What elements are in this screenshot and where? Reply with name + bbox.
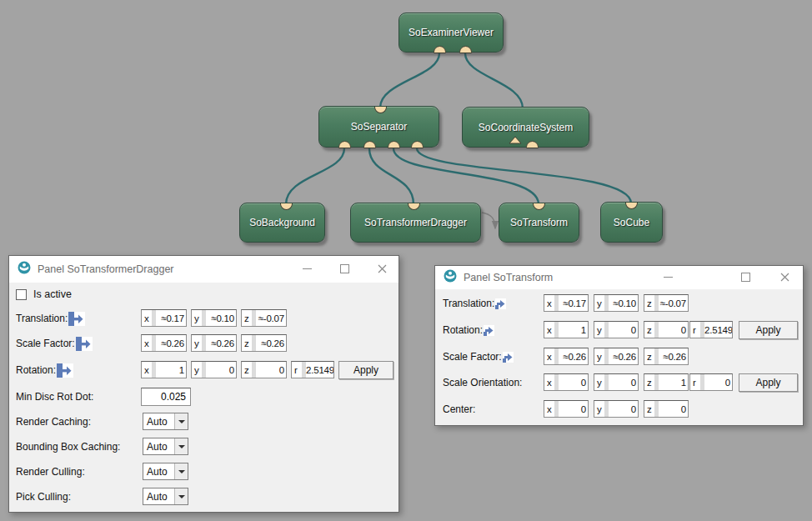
field-value: 0 — [659, 325, 688, 335]
input-port-icon[interactable] — [408, 203, 420, 210]
input-port-icon[interactable] — [625, 203, 638, 209]
scale-orientation-x-field[interactable]: x0 — [544, 373, 589, 391]
field-value: ≈-0.07 — [659, 298, 688, 308]
field-key: z — [644, 298, 654, 308]
field-key: y — [192, 338, 202, 348]
minimize-icon — [664, 277, 673, 278]
rotation-r-field[interactable]: r2.5149 — [689, 321, 733, 338]
output-port-icon[interactable] — [388, 141, 400, 148]
center-x-field[interactable]: x0 — [544, 400, 589, 418]
field-key: y — [594, 325, 604, 335]
render-culling-dropdown[interactable]: Auto — [143, 463, 188, 480]
min-disc-rot-dot-input[interactable]: 0.025 — [141, 388, 191, 406]
field-value: ≈0.26 — [156, 338, 186, 348]
center-z-field[interactable]: z0 — [644, 400, 689, 418]
output-port-icon[interactable] — [459, 46, 472, 53]
app-logo-icon — [18, 261, 31, 278]
dropdown-value: Auto — [143, 491, 174, 503]
translation-y-field[interactable]: y≈0.10 — [191, 309, 237, 327]
field-value: ≈0.17 — [156, 313, 186, 323]
field-key: z — [644, 325, 654, 335]
node-label: SoTransform — [510, 217, 568, 228]
is-active-checkbox[interactable] — [16, 289, 27, 300]
pick-culling-dropdown[interactable]: Auto — [143, 488, 188, 505]
scale-factor-y-field[interactable]: y≈0.26 — [191, 334, 237, 352]
field-value: 1 — [559, 325, 588, 335]
node-soseparator[interactable]: SoSeparator — [318, 106, 439, 148]
node-sotransform[interactable]: SoTransform — [499, 203, 579, 243]
translation-label: Translation: — [9, 313, 68, 324]
scale-factor-z-field[interactable]: z≈0.26 — [644, 348, 689, 365]
output-port-icon[interactable] — [434, 46, 446, 53]
bounding-box-caching-dropdown[interactable]: Auto — [143, 438, 188, 455]
close-button[interactable] — [772, 267, 797, 287]
translation-x-field[interactable]: x≈0.17 — [141, 309, 187, 327]
rotation-label: Rotation: — [9, 364, 56, 376]
panel-sotransform: Panel SoTransform Translation: x≈0.17 y≈… — [434, 265, 804, 426]
field-value: ≈0.17 — [559, 298, 588, 308]
field-key: x — [544, 298, 554, 308]
translation-x-field[interactable]: x≈0.17 — [544, 294, 589, 312]
output-port-icon[interactable] — [363, 141, 376, 148]
rotation-z-field[interactable]: z0 — [644, 321, 689, 338]
rotation-x-field[interactable]: x1 — [544, 321, 589, 338]
scale-factor-label: Scale Factor: — [9, 338, 75, 349]
field-value: ≈0.26 — [256, 338, 286, 348]
field-key: y — [192, 313, 202, 323]
translation-y-field[interactable]: y≈0.10 — [594, 294, 639, 312]
node-socoordinatesystem[interactable]: SoCoordinateSystem — [462, 107, 589, 148]
output-port-icon[interactable] — [338, 141, 351, 148]
node-soexaminerviewer[interactable]: SoExaminerViewer — [398, 13, 504, 53]
scale-orientation-z-field[interactable]: z1 — [644, 373, 689, 391]
scale-orientation-r-field[interactable]: r0 — [689, 373, 733, 391]
output-port-icon[interactable] — [526, 141, 539, 148]
scale-factor-z-field[interactable]: z≈0.26 — [241, 334, 287, 352]
close-button[interactable] — [369, 258, 394, 278]
rotation-x-field[interactable]: x1 — [141, 361, 187, 378]
maximize-button[interactable] — [332, 258, 357, 278]
triangle-port-icon[interactable] — [509, 135, 522, 147]
center-label: Center: — [435, 403, 475, 415]
center-y-field[interactable]: y0 — [594, 400, 639, 418]
titlebar: Panel SoTransform — [435, 266, 803, 289]
minimize-button[interactable] — [294, 258, 319, 278]
apply-button[interactable]: Apply — [739, 321, 798, 339]
node-label: SoTransformerDragger — [364, 217, 467, 228]
translation-z-field[interactable]: z≈-0.07 — [241, 309, 287, 327]
maximize-button[interactable] — [733, 267, 758, 287]
close-icon — [378, 264, 387, 273]
field-value: 0 — [659, 404, 688, 414]
output-port-icon[interactable] — [411, 141, 424, 148]
minimize-button[interactable] — [655, 267, 680, 287]
input-port-icon[interactable] — [533, 203, 545, 210]
scale-orientation-y-field[interactable]: y0 — [594, 373, 639, 391]
node-label: SoSeparator — [351, 121, 407, 133]
scale-factor-y-field[interactable]: y≈0.26 — [594, 348, 639, 365]
center-row: Center: x0 y0 z0 — [435, 400, 803, 418]
rotation-y-field[interactable]: y0 — [191, 361, 237, 378]
field-key: r — [690, 325, 700, 335]
node-sotransformerdragger[interactable]: SoTransformerDragger — [350, 203, 481, 243]
rotation-z-field[interactable]: z0 — [241, 361, 287, 378]
input-port-icon[interactable] — [374, 107, 387, 113]
render-caching-dropdown[interactable]: Auto — [143, 413, 188, 430]
window-title: Panel SoTransform — [464, 272, 553, 283]
node-sobackground[interactable]: SoBackground — [239, 203, 325, 243]
pick-culling-label: Pick Culling: — [9, 491, 71, 503]
field-value: 1 — [156, 365, 186, 375]
scale-factor-x-field[interactable]: x≈0.26 — [141, 334, 187, 352]
apply-button[interactable]: Apply — [739, 373, 798, 392]
rotation-y-field[interactable]: y0 — [594, 321, 639, 338]
field-key: r — [292, 365, 302, 375]
min-disc-rot-dot-row: Min Disc Rot Dot: 0.025 — [9, 388, 398, 406]
render-culling-label: Render Culling: — [9, 466, 85, 478]
scale-factor-x-field[interactable]: x≈0.26 — [544, 348, 589, 365]
translation-z-field[interactable]: z≈-0.07 — [644, 294, 689, 312]
rotation-r-field[interactable]: r2.5149 — [291, 361, 334, 378]
node-socube[interactable]: SoCube — [600, 202, 663, 243]
apply-button[interactable]: Apply — [338, 361, 393, 379]
scale-orientation-label: Scale Orientation: — [435, 377, 522, 388]
scale-factor-row: Scale Factor: x≈0.26 y≈0.26 z≈0.26 — [435, 348, 803, 366]
input-port-icon[interactable] — [280, 203, 293, 210]
is-active-label: Is active — [33, 288, 72, 300]
